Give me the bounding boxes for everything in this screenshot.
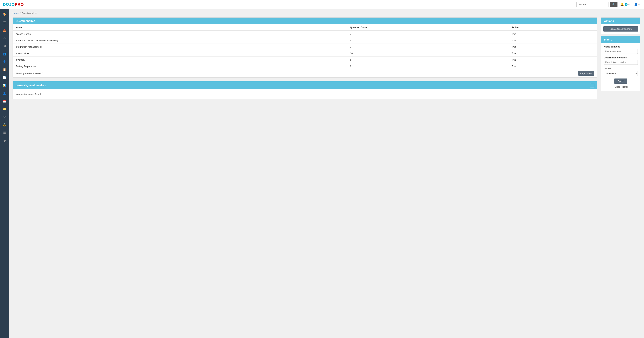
sidebar-item-person[interactable]: 👤 (1, 58, 8, 65)
questionnaires-table: Name Question Count Active Access Contro… (13, 24, 597, 69)
table-header-row: Name Question Count Active (13, 24, 597, 31)
col-header-active: Active (509, 24, 597, 31)
cell-active: True (509, 50, 597, 57)
sidebar-item-dashboard[interactable]: 🎨 (1, 11, 8, 18)
sidebar-item-document[interactable]: 📄 (1, 74, 8, 81)
user-icon: 👤 (634, 3, 638, 6)
add-questionnaire-button[interactable]: + (590, 83, 594, 88)
actions-title: Actions (604, 19, 614, 22)
sidebar-item-inbox[interactable]: 📥 (1, 26, 8, 34)
filters-body: Name contains Description contains Activ… (601, 43, 640, 91)
general-questionnaires-body: No questionnaires found. (13, 89, 597, 99)
logo-pro: PRO (15, 2, 24, 7)
breadcrumb-current: Questionnaires (22, 12, 37, 14)
sidebar-item-grid[interactable]: ⊞ (1, 42, 8, 50)
actions-panel: Actions Create Questionnaire (601, 18, 640, 34)
cell-name[interactable]: Inventory (13, 57, 347, 63)
cell-question-count: 7 (347, 31, 509, 37)
name-contains-group: Name contains (604, 45, 638, 54)
content-main: Questionnaires Name Question Count Activ… (12, 18, 598, 103)
questionnaires-panel-title: Questionnaires (16, 19, 35, 22)
active-filter-select[interactable]: UnknownTrueFalse (604, 71, 638, 76)
sidebar-item-calendar[interactable]: 📅 (1, 98, 8, 105)
cell-name[interactable]: Infrastructure (13, 50, 347, 57)
sidebar: 🎨 ☰ 📥 ⚙ ⊞ 👥 👤 📋 📄 📊 👤 📅 📁 ⚙ 🔒 ☰ ⊕ (0, 9, 9, 338)
sidebar-item-account[interactable]: 👤 (1, 90, 8, 97)
pagination-row: Showing entries 1 to 6 of 6 Page Size ▾ (13, 69, 597, 78)
sidebar-item-folder[interactable]: 📁 (1, 106, 8, 112)
questionnaires-panel: Questionnaires Name Question Count Activ… (12, 18, 598, 78)
cell-name[interactable]: Testing Preparation (13, 63, 347, 70)
cell-active: True (509, 63, 597, 70)
navbar: DOJO PRO 🔍 🔔 0 ▾ 👤 ▾ (0, 0, 644, 9)
table-row: Information Management 7 True (13, 44, 597, 50)
cell-question-count: 10 (347, 50, 509, 57)
cell-question-count: 7 (347, 44, 509, 50)
no-data-message: No questionnaires found. (13, 89, 597, 99)
cell-name[interactable]: Information Management (13, 44, 347, 50)
sidebar-item-list[interactable]: ☰ (1, 19, 8, 26)
general-questionnaires-title: General Questionnaires (16, 84, 46, 87)
table-head: Name Question Count Active (13, 24, 597, 31)
content-with-panel: Questionnaires Name Question Count Activ… (12, 18, 640, 103)
table-row: Access Control 7 True (13, 31, 597, 37)
questionnaires-panel-body: Name Question Count Active Access Contro… (13, 24, 597, 78)
active-filter-group: Active UnknownTrueFalse (604, 67, 638, 76)
page-size-label: Page Size (580, 72, 590, 75)
search-button[interactable]: 🔍 (610, 2, 618, 7)
sidebar-item-users[interactable]: 👥 (1, 50, 8, 57)
notification-button[interactable]: 🔔 0 ▾ (619, 2, 631, 7)
logo-dojo: DOJO (3, 2, 15, 7)
table-body: Access Control 7 True Information Flow /… (13, 31, 597, 69)
user-menu-button[interactable]: 👤 ▾ (632, 2, 641, 7)
cell-active: True (509, 44, 597, 50)
user-chevron-icon: ▾ (638, 3, 640, 6)
main-content: Home / Questionnaires Questionnaires (9, 9, 644, 338)
sidebar-item-plus[interactable]: ⊕ (1, 137, 8, 144)
navbar-right: 🔍 🔔 0 ▾ 👤 ▾ (576, 2, 641, 7)
clear-filters-link[interactable]: [Clear Filters] (604, 86, 638, 88)
create-questionnaire-button[interactable]: Create Questionnaire (603, 26, 638, 32)
description-contains-input[interactable] (604, 60, 638, 65)
breadcrumb-home[interactable]: Home (12, 12, 19, 14)
cell-active: True (509, 57, 597, 63)
sidebar-item-chart[interactable]: 📊 (1, 82, 8, 89)
cell-active: True (509, 37, 597, 44)
plus-icon: + (591, 84, 593, 87)
questionnaires-panel-header: Questionnaires (13, 18, 597, 24)
sidebar-item-clipboard[interactable]: 📋 (1, 66, 8, 73)
actions-panel-header: Actions (601, 18, 640, 24)
col-header-question-count: Question Count (347, 24, 509, 31)
general-questionnaires-header: General Questionnaires + (13, 81, 597, 89)
chevron-down-icon: ▾ (628, 3, 630, 6)
right-panel: Actions Create Questionnaire Filters Nam… (601, 18, 640, 91)
name-contains-label: Name contains (604, 45, 638, 48)
sidebar-item-menu[interactable]: ☰ (1, 129, 8, 136)
table-row: Information Flow / Dependency Modeling 4… (13, 37, 597, 44)
filters-title: Filters (604, 38, 612, 41)
page-size-button[interactable]: Page Size ▾ (578, 71, 594, 76)
description-contains-label: Description contains (604, 56, 638, 59)
search-input[interactable] (576, 2, 609, 7)
name-contains-input[interactable] (604, 49, 638, 54)
cell-question-count: 5 (347, 57, 509, 63)
cell-name[interactable]: Access Control (13, 31, 347, 37)
cell-question-count: 8 (347, 63, 509, 70)
filters-panel: Filters Name contains Description contai… (601, 36, 640, 91)
breadcrumb-separator: / (20, 12, 20, 14)
col-header-name: Name (13, 24, 347, 31)
sidebar-item-gear[interactable]: ⚙ (1, 113, 8, 120)
layout: 🎨 ☰ 📥 ⚙ ⊞ 👥 👤 📋 📄 📊 👤 📅 📁 ⚙ 🔒 ☰ ⊕ Home /… (0, 9, 644, 338)
cell-name[interactable]: Information Flow / Dependency Modeling (13, 37, 347, 44)
sidebar-item-lock[interactable]: 🔒 (1, 121, 8, 128)
sidebar-item-settings[interactable]: ⚙ (1, 34, 8, 42)
general-questionnaires-panel: General Questionnaires + No questionnair… (12, 81, 598, 99)
breadcrumb: Home / Questionnaires (12, 12, 640, 14)
apply-button[interactable]: Apply (614, 78, 627, 84)
bell-icon: 🔔 (620, 3, 624, 6)
actions-body: Create Questionnaire (601, 24, 640, 34)
table-row: Infrastructure 10 True (13, 50, 597, 57)
table-row: Inventory 5 True (13, 57, 597, 63)
active-filter-label: Active (604, 67, 638, 70)
notification-badge: 0 (625, 3, 628, 6)
